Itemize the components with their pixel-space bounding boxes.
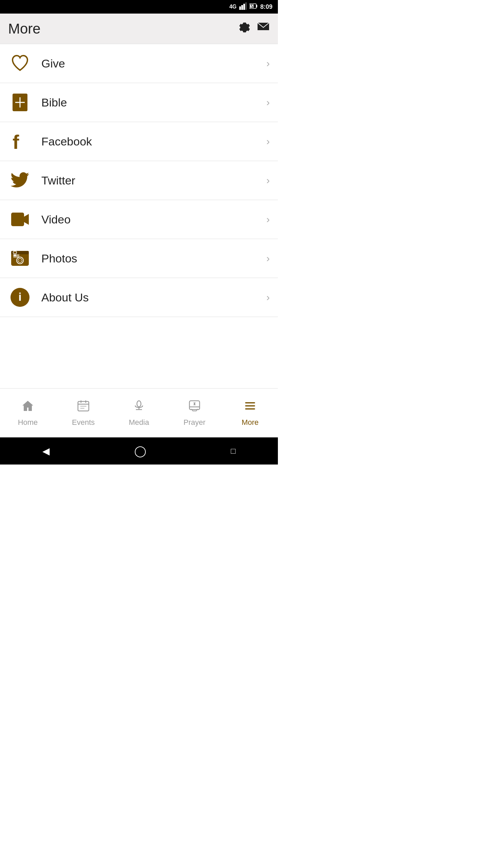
nav-item-more[interactable]: More — [222, 389, 278, 437]
svg-rect-0 — [239, 6, 241, 10]
events-nav-label: Events — [72, 418, 95, 427]
events-nav-icon — [77, 399, 90, 415]
time-display: 8:09 — [260, 3, 272, 11]
svg-rect-3 — [245, 2, 247, 10]
about-us-label: About Us — [41, 291, 266, 304]
video-icon — [8, 208, 32, 231]
status-bar: 4G 8:09 — [0, 0, 278, 14]
about-us-icon: i — [8, 285, 32, 309]
menu-item-give[interactable]: Give › — [0, 44, 278, 83]
system-nav-bar: ◀ ◯ □ — [0, 437, 278, 465]
svg-point-19 — [20, 260, 20, 261]
menu-item-about-us[interactable]: i About Us › — [0, 278, 278, 317]
video-label: Video — [41, 213, 266, 226]
nav-item-events[interactable]: Events — [56, 389, 111, 437]
about-us-chevron: › — [266, 292, 270, 303]
nav-item-media[interactable]: Media — [111, 389, 167, 437]
bible-chevron: › — [266, 97, 270, 108]
svg-rect-21 — [13, 251, 17, 254]
back-button[interactable]: ◀ — [42, 446, 50, 457]
menu-list: Give › Bible › f Facebook › Tw — [0, 44, 278, 388]
svg-marker-15 — [24, 214, 29, 225]
settings-icon[interactable] — [238, 21, 250, 36]
recents-button[interactable]: □ — [231, 446, 236, 456]
svg-rect-26 — [26, 402, 28, 404]
page-title: More — [8, 21, 41, 37]
prayer-nav-label: Prayer — [184, 418, 206, 427]
svg-rect-36 — [189, 401, 200, 410]
bible-label: Bible — [41, 96, 266, 109]
menu-item-photos[interactable]: Photos › — [0, 239, 278, 278]
twitter-chevron: › — [266, 175, 270, 186]
battery-icon — [249, 3, 258, 11]
give-label: Give — [41, 57, 266, 70]
header-icons — [238, 21, 270, 36]
video-chevron: › — [266, 214, 270, 225]
photos-label: Photos — [41, 252, 266, 265]
facebook-label: Facebook — [41, 135, 266, 148]
photos-chevron: › — [266, 253, 270, 264]
menu-item-twitter[interactable]: Twitter › — [0, 161, 278, 200]
facebook-chevron: › — [266, 136, 270, 147]
facebook-icon: f — [8, 130, 32, 153]
home-button[interactable]: ◯ — [134, 445, 146, 457]
photos-icon — [8, 246, 32, 270]
signal-indicator: 4G — [229, 4, 237, 10]
twitter-icon — [8, 169, 32, 192]
give-icon — [8, 52, 32, 75]
menu-item-video[interactable]: Video › — [0, 200, 278, 239]
menu-item-bible[interactable]: Bible › — [0, 83, 278, 122]
svg-rect-1 — [241, 5, 243, 10]
svg-rect-14 — [11, 213, 24, 226]
svg-rect-2 — [243, 4, 245, 10]
svg-rect-5 — [256, 5, 257, 7]
app-header: More — [0, 14, 278, 44]
prayer-nav-icon — [188, 399, 201, 415]
home-nav-label: Home — [18, 418, 38, 427]
bottom-nav: Home Events Media — [0, 388, 278, 437]
svg-text:i: i — [18, 290, 21, 303]
svg-text:f: f — [13, 131, 19, 152]
more-nav-label: More — [242, 418, 259, 427]
nav-item-prayer[interactable]: Prayer — [167, 389, 222, 437]
nav-item-home[interactable]: Home — [0, 389, 56, 437]
media-nav-icon — [133, 399, 145, 415]
media-nav-label: Media — [129, 418, 149, 427]
more-nav-icon — [244, 399, 257, 415]
menu-item-facebook[interactable]: f Facebook › — [0, 122, 278, 161]
twitter-label: Twitter — [41, 174, 266, 187]
svg-point-33 — [137, 401, 141, 407]
bible-icon — [8, 91, 32, 114]
messages-icon[interactable] — [257, 22, 270, 36]
home-nav-icon — [21, 399, 34, 415]
signal-bars-icon — [239, 2, 247, 12]
give-chevron: › — [266, 58, 270, 69]
